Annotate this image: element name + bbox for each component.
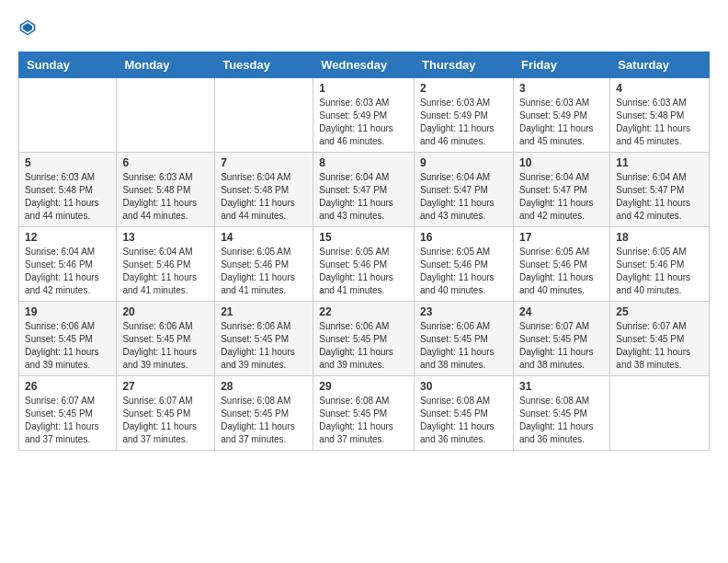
logo-icon xyxy=(18,18,37,37)
day-number: 2 xyxy=(420,82,507,95)
day-info: Sunrise: 6:04 AM Sunset: 5:47 PM Dayligh… xyxy=(420,171,507,223)
calendar-cell: 14Sunrise: 6:05 AM Sunset: 5:46 PM Dayli… xyxy=(215,227,313,302)
week-row-5: 26Sunrise: 6:07 AM Sunset: 5:45 PM Dayli… xyxy=(19,376,710,451)
calendar-cell: 19Sunrise: 6:06 AM Sunset: 5:45 PM Dayli… xyxy=(19,302,117,376)
calendar-cell: 5Sunrise: 6:03 AM Sunset: 5:48 PM Daylig… xyxy=(19,153,117,227)
calendar-cell: 23Sunrise: 6:06 AM Sunset: 5:45 PM Dayli… xyxy=(415,302,514,376)
day-info: Sunrise: 6:05 AM Sunset: 5:46 PM Dayligh… xyxy=(519,246,604,297)
day-info: Sunrise: 6:08 AM Sunset: 5:45 PM Dayligh… xyxy=(319,395,408,446)
calendar-cell: 22Sunrise: 6:06 AM Sunset: 5:45 PM Dayli… xyxy=(313,302,415,376)
day-info: Sunrise: 6:04 AM Sunset: 5:47 PM Dayligh… xyxy=(616,171,703,223)
calendar-cell: 25Sunrise: 6:07 AM Sunset: 5:45 PM Dayli… xyxy=(610,302,710,376)
calendar-cell: 24Sunrise: 6:07 AM Sunset: 5:45 PM Dayli… xyxy=(513,302,609,376)
day-number: 15 xyxy=(319,231,408,244)
calendar-cell: 2Sunrise: 6:03 AM Sunset: 5:49 PM Daylig… xyxy=(415,78,514,153)
calendar-header-row: SundayMondayTuesdayWednesdayThursdayFrid… xyxy=(19,52,710,78)
calendar-cell: 20Sunrise: 6:06 AM Sunset: 5:45 PM Dayli… xyxy=(117,302,215,376)
day-number: 28 xyxy=(221,380,307,393)
day-header-friday: Friday xyxy=(513,52,609,78)
day-info: Sunrise: 6:03 AM Sunset: 5:49 PM Dayligh… xyxy=(519,97,604,148)
day-number: 23 xyxy=(420,305,507,318)
day-info: Sunrise: 6:04 AM Sunset: 5:48 PM Dayligh… xyxy=(221,171,307,223)
day-info: Sunrise: 6:04 AM Sunset: 5:46 PM Dayligh… xyxy=(25,246,110,297)
day-info: Sunrise: 6:03 AM Sunset: 5:49 PM Dayligh… xyxy=(319,97,408,148)
day-number: 1 xyxy=(319,82,408,95)
day-number: 4 xyxy=(616,82,703,95)
day-number: 20 xyxy=(122,305,209,318)
day-number: 14 xyxy=(221,231,307,244)
calendar-cell: 17Sunrise: 6:05 AM Sunset: 5:46 PM Dayli… xyxy=(513,227,609,302)
calendar-cell: 9Sunrise: 6:04 AM Sunset: 5:47 PM Daylig… xyxy=(415,153,514,227)
day-info: Sunrise: 6:06 AM Sunset: 5:45 PM Dayligh… xyxy=(25,320,110,372)
week-row-1: 1Sunrise: 6:03 AM Sunset: 5:49 PM Daylig… xyxy=(19,78,710,153)
day-header-tuesday: Tuesday xyxy=(215,52,313,78)
day-info: Sunrise: 6:03 AM Sunset: 5:48 PM Dayligh… xyxy=(25,171,110,223)
day-number: 25 xyxy=(616,305,703,318)
day-number: 31 xyxy=(519,380,604,393)
day-number: 7 xyxy=(221,156,307,169)
day-number: 5 xyxy=(25,156,110,169)
calendar-cell: 10Sunrise: 6:04 AM Sunset: 5:47 PM Dayli… xyxy=(513,153,609,227)
calendar-cell: 4Sunrise: 6:03 AM Sunset: 5:48 PM Daylig… xyxy=(610,78,710,153)
calendar-cell: 30Sunrise: 6:08 AM Sunset: 5:45 PM Dayli… xyxy=(415,376,514,451)
day-header-saturday: Saturday xyxy=(610,52,710,78)
day-info: Sunrise: 6:03 AM Sunset: 5:49 PM Dayligh… xyxy=(420,97,507,148)
day-info: Sunrise: 6:04 AM Sunset: 5:47 PM Dayligh… xyxy=(519,171,604,223)
day-info: Sunrise: 6:06 AM Sunset: 5:45 PM Dayligh… xyxy=(122,320,209,372)
day-number: 27 xyxy=(122,380,209,393)
day-info: Sunrise: 6:07 AM Sunset: 5:45 PM Dayligh… xyxy=(25,395,110,446)
day-info: Sunrise: 6:08 AM Sunset: 5:45 PM Dayligh… xyxy=(221,395,307,446)
calendar-cell: 26Sunrise: 6:07 AM Sunset: 5:45 PM Dayli… xyxy=(19,376,117,451)
week-row-2: 5Sunrise: 6:03 AM Sunset: 5:48 PM Daylig… xyxy=(19,153,710,227)
day-number: 13 xyxy=(122,231,209,244)
day-info: Sunrise: 6:05 AM Sunset: 5:46 PM Dayligh… xyxy=(616,246,703,297)
day-number: 17 xyxy=(519,231,604,244)
calendar-cell: 3Sunrise: 6:03 AM Sunset: 5:49 PM Daylig… xyxy=(513,78,609,153)
day-number: 11 xyxy=(616,156,703,169)
calendar-cell: 18Sunrise: 6:05 AM Sunset: 5:46 PM Dayli… xyxy=(610,227,710,302)
calendar-cell: 1Sunrise: 6:03 AM Sunset: 5:49 PM Daylig… xyxy=(313,78,415,153)
page-header xyxy=(18,18,710,37)
day-number: 29 xyxy=(319,380,408,393)
day-info: Sunrise: 6:04 AM Sunset: 5:47 PM Dayligh… xyxy=(319,171,408,223)
day-header-thursday: Thursday xyxy=(415,52,514,78)
day-info: Sunrise: 6:06 AM Sunset: 5:45 PM Dayligh… xyxy=(319,320,408,372)
day-number: 22 xyxy=(319,305,408,318)
day-number: 3 xyxy=(519,82,604,95)
calendar-cell: 11Sunrise: 6:04 AM Sunset: 5:47 PM Dayli… xyxy=(610,153,710,227)
logo xyxy=(18,18,40,37)
day-number: 21 xyxy=(221,305,307,318)
calendar-cell: 6Sunrise: 6:03 AM Sunset: 5:48 PM Daylig… xyxy=(117,153,215,227)
day-info: Sunrise: 6:03 AM Sunset: 5:48 PM Dayligh… xyxy=(122,171,209,223)
day-number: 30 xyxy=(420,380,507,393)
day-info: Sunrise: 6:03 AM Sunset: 5:48 PM Dayligh… xyxy=(616,97,703,148)
day-number: 16 xyxy=(420,231,507,244)
calendar-cell: 27Sunrise: 6:07 AM Sunset: 5:45 PM Dayli… xyxy=(117,376,215,451)
calendar-cell: 21Sunrise: 6:06 AM Sunset: 5:45 PM Dayli… xyxy=(215,302,313,376)
day-number: 18 xyxy=(616,231,703,244)
day-info: Sunrise: 6:07 AM Sunset: 5:45 PM Dayligh… xyxy=(122,395,209,446)
calendar-cell: 29Sunrise: 6:08 AM Sunset: 5:45 PM Dayli… xyxy=(313,376,415,451)
calendar-cell: 12Sunrise: 6:04 AM Sunset: 5:46 PM Dayli… xyxy=(19,227,117,302)
week-row-4: 19Sunrise: 6:06 AM Sunset: 5:45 PM Dayli… xyxy=(19,302,710,376)
day-number: 24 xyxy=(519,305,604,318)
day-info: Sunrise: 6:05 AM Sunset: 5:46 PM Dayligh… xyxy=(221,246,307,297)
calendar-cell xyxy=(610,376,710,451)
calendar-cell: 8Sunrise: 6:04 AM Sunset: 5:47 PM Daylig… xyxy=(313,153,415,227)
day-number: 6 xyxy=(122,156,209,169)
calendar-cell: 31Sunrise: 6:08 AM Sunset: 5:45 PM Dayli… xyxy=(513,376,609,451)
day-number: 9 xyxy=(420,156,507,169)
day-header-monday: Monday xyxy=(117,52,215,78)
day-info: Sunrise: 6:07 AM Sunset: 5:45 PM Dayligh… xyxy=(616,320,703,372)
calendar-cell: 28Sunrise: 6:08 AM Sunset: 5:45 PM Dayli… xyxy=(215,376,313,451)
calendar-cell xyxy=(117,78,215,153)
day-info: Sunrise: 6:07 AM Sunset: 5:45 PM Dayligh… xyxy=(519,320,604,372)
day-info: Sunrise: 6:05 AM Sunset: 5:46 PM Dayligh… xyxy=(319,246,408,297)
week-row-3: 12Sunrise: 6:04 AM Sunset: 5:46 PM Dayli… xyxy=(19,227,710,302)
day-info: Sunrise: 6:08 AM Sunset: 5:45 PM Dayligh… xyxy=(519,395,604,446)
day-info: Sunrise: 6:04 AM Sunset: 5:46 PM Dayligh… xyxy=(122,246,209,297)
day-info: Sunrise: 6:08 AM Sunset: 5:45 PM Dayligh… xyxy=(420,395,507,446)
day-header-sunday: Sunday xyxy=(19,52,117,78)
day-header-wednesday: Wednesday xyxy=(313,52,415,78)
day-number: 8 xyxy=(319,156,408,169)
